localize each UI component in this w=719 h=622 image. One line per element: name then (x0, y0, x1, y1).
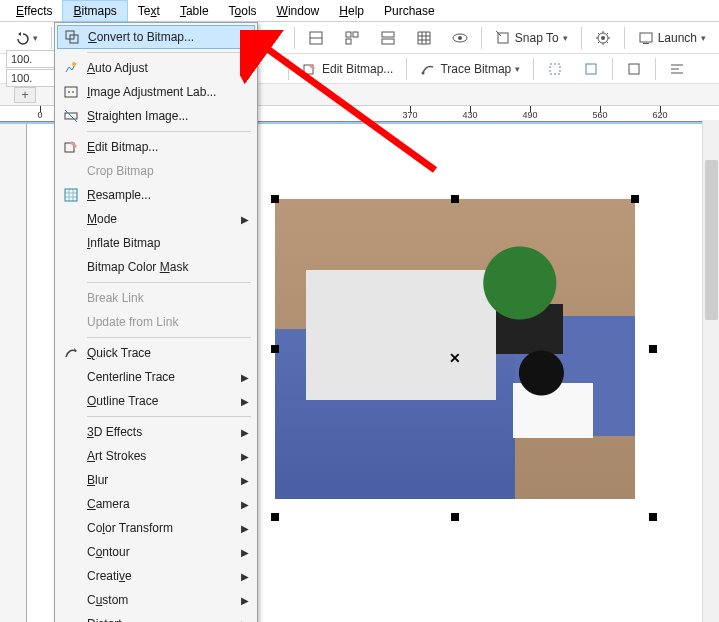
menu-item-outline-trace[interactable]: Outline Trace▶ (57, 389, 255, 413)
menu-item-quick-trace[interactable]: Quick Trace (57, 341, 255, 365)
layout-icon-1[interactable] (301, 26, 331, 50)
selection-handle-se[interactable] (649, 513, 657, 521)
submenu-arrow-icon: ▶ (241, 571, 249, 582)
menu-purchase[interactable]: Purchase (374, 1, 445, 21)
menu-item-edit-bitmap[interactable]: Edit Bitmap... (57, 135, 255, 159)
menu-separator (87, 282, 251, 283)
ruler-mark: 370 (410, 106, 411, 122)
launch-dropdown[interactable]: Launch ▾ (631, 26, 713, 50)
menu-item-label: Distort (87, 617, 122, 622)
selected-image[interactable]: ✕ (275, 199, 635, 499)
launch-label: Launch (658, 31, 697, 45)
selection-handle-s[interactable] (451, 513, 459, 521)
menu-table[interactable]: Table (170, 1, 219, 21)
svg-line-30 (65, 110, 77, 122)
menu-item-bitmap-color-mask[interactable]: Bitmap Color Mask (57, 255, 255, 279)
straighten-icon (62, 107, 80, 125)
menu-item-distort[interactable]: Distort▶ (57, 612, 255, 622)
menu-item-label: Auto Adjust (87, 61, 148, 75)
svg-rect-32 (65, 189, 77, 201)
menu-item-label: Resample... (87, 188, 151, 202)
svg-rect-13 (640, 33, 652, 42)
selection-handle-w[interactable] (271, 345, 279, 353)
submenu-arrow-icon: ▶ (241, 499, 249, 510)
ruler-mark: 490 (530, 106, 531, 122)
submenu-arrow-icon: ▶ (241, 451, 249, 462)
submenu-arrow-icon: ▶ (241, 214, 249, 225)
auto-adjust-icon (62, 59, 80, 77)
crop-dashed-icon[interactable] (540, 57, 570, 81)
menu-item-label: Custom (87, 593, 128, 607)
menu-item-label: Centerline Trace (87, 370, 175, 384)
submenu-arrow-icon: ▶ (241, 595, 249, 606)
selection-handle-n[interactable] (451, 195, 459, 203)
menu-item-label: Edit Bitmap... (87, 140, 158, 154)
selection-handle-ne[interactable] (631, 195, 639, 203)
selection-handle-nw[interactable] (271, 195, 279, 203)
ruler-mark: 430 (470, 106, 471, 122)
menu-item-resample[interactable]: Resample... (57, 183, 255, 207)
edit-bitmap-icon (62, 138, 80, 156)
crop-solid-icon[interactable] (576, 57, 606, 81)
menu-item-art-strokes[interactable]: Art Strokes▶ (57, 444, 255, 468)
menu-item-label: Crop Bitmap (87, 164, 154, 178)
add-page-button[interactable]: + (14, 87, 36, 103)
grid-icon[interactable] (409, 26, 439, 50)
menu-item-label: Image Adjustment Lab... (87, 85, 216, 99)
menu-separator (87, 52, 251, 53)
menu-item-label: Straighten Image... (87, 109, 188, 123)
menu-item-camera[interactable]: Camera▶ (57, 492, 255, 516)
eye-icon[interactable] (445, 29, 475, 47)
submenu-arrow-icon: ▶ (241, 523, 249, 534)
menu-effects[interactable]: Effects (6, 1, 62, 21)
menu-item-creative[interactable]: Creative▶ (57, 564, 255, 588)
menu-item-contour[interactable]: Contour▶ (57, 540, 255, 564)
menu-item-centerline-trace[interactable]: Centerline Trace▶ (57, 365, 255, 389)
menu-item-crop-bitmap: Crop Bitmap (57, 159, 255, 183)
selection-handle-sw[interactable] (271, 513, 279, 521)
menu-item-auto-adjust[interactable]: Auto Adjust (57, 56, 255, 80)
menu-item-blur[interactable]: Blur▶ (57, 468, 255, 492)
undo-button[interactable]: ▾ (6, 26, 45, 50)
submenu-arrow-icon: ▶ (241, 547, 249, 558)
layout-icon-2[interactable] (337, 26, 367, 50)
svg-rect-5 (382, 32, 394, 37)
svg-rect-19 (629, 64, 639, 74)
edit-bitmap-button[interactable]: Edit Bitmap... (295, 57, 400, 81)
layout-icon-3[interactable] (373, 26, 403, 50)
vertical-scrollbar[interactable] (702, 120, 719, 622)
menu-tools[interactable]: Tools (219, 1, 267, 21)
menu-item-straighten-image[interactable]: Straighten Image... (57, 104, 255, 128)
scrollbar-thumb[interactable] (705, 160, 718, 320)
menu-bitmaps[interactable]: Bitmaps (62, 0, 127, 22)
menu-help[interactable]: Help (329, 1, 374, 21)
menu-item-label: 3D Effects (87, 425, 142, 439)
trace-bitmap-button[interactable]: Trace Bitmap ▾ (413, 57, 527, 81)
bounding-box-icon[interactable] (619, 57, 649, 81)
svg-point-8 (458, 36, 462, 40)
edit-bitmap-label: Edit Bitmap... (322, 62, 393, 76)
menu-separator (87, 416, 251, 417)
settings-icon[interactable] (588, 26, 618, 50)
menu-window[interactable]: Window (267, 1, 330, 21)
value-x[interactable]: 100. (6, 50, 56, 68)
menu-item-label: Camera (87, 497, 130, 511)
bitmaps-menu: Convert to Bitmap...Auto AdjustImage Adj… (54, 22, 258, 622)
selection-handle-e[interactable] (649, 345, 657, 353)
menu-item-image-adjustment-lab[interactable]: Image Adjustment Lab... (57, 80, 255, 104)
value-y[interactable]: 100. (6, 69, 56, 87)
menu-item-custom[interactable]: Custom▶ (57, 588, 255, 612)
menu-item-convert-to-bitmap[interactable]: Convert to Bitmap... (57, 25, 255, 49)
menu-item-update-from-link: Update from Link (57, 310, 255, 334)
svg-point-28 (72, 91, 74, 93)
snap-to-dropdown[interactable]: Snap To ▾ (488, 26, 575, 50)
align-icon[interactable] (662, 57, 692, 81)
menu-item-mode[interactable]: Mode▶ (57, 207, 255, 231)
menu-item-label: Mode (87, 212, 117, 226)
menu-item-color-transform[interactable]: Color Transform▶ (57, 516, 255, 540)
convert-bitmap-icon (63, 28, 81, 46)
menu-item-3d-effects[interactable]: 3D Effects▶ (57, 420, 255, 444)
svg-point-16 (422, 71, 425, 74)
menu-item-inflate-bitmap[interactable]: Inflate Bitmap (57, 231, 255, 255)
menu-text[interactable]: Text (128, 1, 170, 21)
